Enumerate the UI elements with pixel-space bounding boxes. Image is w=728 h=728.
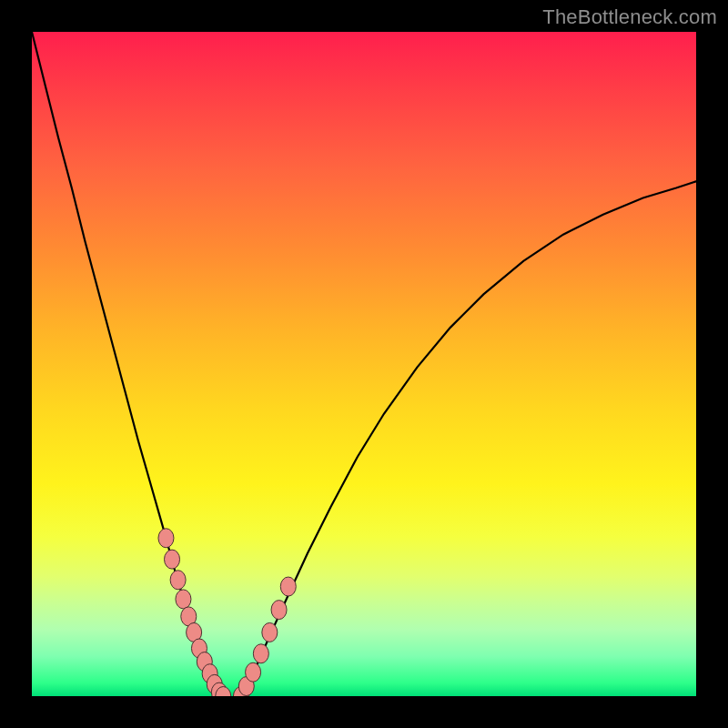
curve-group xyxy=(32,32,696,696)
data-point xyxy=(158,529,174,548)
data-point xyxy=(262,622,278,642)
data-point xyxy=(170,571,186,590)
points-group xyxy=(158,529,296,696)
plot-area xyxy=(32,32,696,696)
curve-left-branch xyxy=(32,32,223,696)
data-point xyxy=(176,590,191,609)
data-point xyxy=(253,644,268,663)
curve-right-branch xyxy=(241,181,696,696)
data-point xyxy=(246,662,261,682)
data-point xyxy=(271,601,287,620)
data-point xyxy=(165,550,180,569)
chart-frame: TheBottleneck.com xyxy=(0,0,728,728)
data-point xyxy=(280,577,296,596)
watermark-text: TheBottleneck.com xyxy=(542,5,717,29)
chart-svg xyxy=(32,32,696,696)
